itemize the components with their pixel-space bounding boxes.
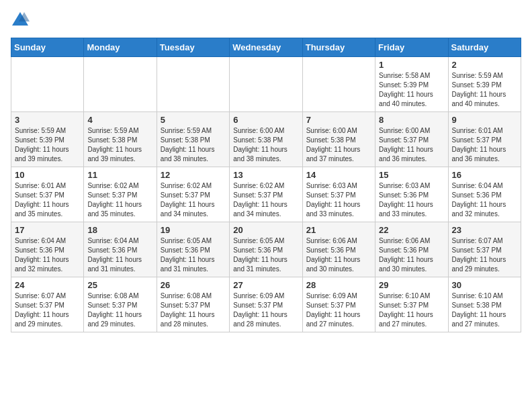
calendar-cell: 3Sunrise: 5:59 AM Sunset: 5:39 PM Daylig…	[11, 112, 84, 167]
day-number: 7	[306, 115, 371, 125]
day-number: 24	[15, 280, 80, 290]
calendar-cell: 17Sunrise: 6:04 AM Sunset: 5:36 PM Dayli…	[11, 222, 84, 277]
day-info: Sunrise: 6:06 AM Sunset: 5:36 PM Dayligh…	[306, 236, 371, 274]
weekday-header-thursday: Thursday	[302, 38, 375, 57]
day-number: 11	[87, 170, 152, 180]
day-number: 30	[452, 280, 517, 290]
day-info: Sunrise: 6:08 AM Sunset: 5:37 PM Dayligh…	[161, 291, 226, 329]
calendar-cell: 21Sunrise: 6:06 AM Sunset: 5:36 PM Dayli…	[302, 222, 375, 277]
calendar-cell: 28Sunrise: 6:09 AM Sunset: 5:37 PM Dayli…	[302, 277, 375, 332]
day-info: Sunrise: 6:10 AM Sunset: 5:37 PM Dayligh…	[379, 291, 444, 329]
calendar-cell: 18Sunrise: 6:04 AM Sunset: 5:36 PM Dayli…	[84, 222, 157, 277]
calendar-cell: 11Sunrise: 6:02 AM Sunset: 5:37 PM Dayli…	[84, 167, 157, 222]
day-number: 26	[161, 280, 226, 290]
day-info: Sunrise: 6:05 AM Sunset: 5:36 PM Dayligh…	[233, 236, 298, 274]
calendar-cell	[302, 57, 375, 112]
day-number: 13	[233, 170, 298, 180]
day-info: Sunrise: 6:02 AM Sunset: 5:37 PM Dayligh…	[161, 181, 226, 219]
calendar-cell	[84, 57, 157, 112]
weekday-header-friday: Friday	[375, 38, 448, 57]
calendar-cell: 6Sunrise: 6:00 AM Sunset: 5:38 PM Daylig…	[230, 112, 302, 167]
calendar-week-row: 24Sunrise: 6:07 AM Sunset: 5:37 PM Dayli…	[11, 277, 521, 332]
day-number: 16	[452, 170, 517, 180]
day-info: Sunrise: 6:02 AM Sunset: 5:37 PM Dayligh…	[87, 181, 152, 219]
calendar-week-row: 10Sunrise: 6:01 AM Sunset: 5:37 PM Dayli…	[11, 167, 521, 222]
calendar-cell: 5Sunrise: 5:59 AM Sunset: 5:38 PM Daylig…	[157, 112, 229, 167]
day-number: 21	[306, 225, 371, 235]
day-number: 28	[306, 280, 371, 290]
calendar-week-row: 17Sunrise: 6:04 AM Sunset: 5:36 PM Dayli…	[11, 222, 521, 277]
calendar-cell: 13Sunrise: 6:02 AM Sunset: 5:37 PM Dayli…	[230, 167, 302, 222]
day-number: 19	[161, 225, 226, 235]
calendar-cell: 10Sunrise: 6:01 AM Sunset: 5:37 PM Dayli…	[11, 167, 84, 222]
calendar-cell: 24Sunrise: 6:07 AM Sunset: 5:37 PM Dayli…	[11, 277, 84, 332]
calendar-week-row: 3Sunrise: 5:59 AM Sunset: 5:39 PM Daylig…	[11, 112, 521, 167]
calendar-cell: 1Sunrise: 5:58 AM Sunset: 5:39 PM Daylig…	[375, 57, 448, 112]
day-number: 10	[15, 170, 80, 180]
day-number: 8	[379, 115, 444, 125]
day-info: Sunrise: 6:09 AM Sunset: 5:37 PM Dayligh…	[233, 291, 298, 329]
day-number: 5	[161, 115, 226, 125]
day-info: Sunrise: 5:59 AM Sunset: 5:38 PM Dayligh…	[161, 126, 226, 164]
day-number: 6	[233, 115, 298, 125]
day-info: Sunrise: 6:09 AM Sunset: 5:37 PM Dayligh…	[306, 291, 371, 329]
calendar-cell	[11, 57, 84, 112]
day-info: Sunrise: 6:02 AM Sunset: 5:37 PM Dayligh…	[233, 181, 298, 219]
day-info: Sunrise: 6:10 AM Sunset: 5:38 PM Dayligh…	[452, 291, 517, 329]
weekday-header-tuesday: Tuesday	[157, 38, 229, 57]
day-info: Sunrise: 6:04 AM Sunset: 5:36 PM Dayligh…	[87, 236, 152, 274]
day-number: 9	[452, 115, 517, 125]
day-info: Sunrise: 6:00 AM Sunset: 5:37 PM Dayligh…	[379, 126, 444, 164]
day-number: 25	[87, 280, 152, 290]
day-number: 12	[161, 170, 226, 180]
calendar-cell: 4Sunrise: 5:59 AM Sunset: 5:38 PM Daylig…	[84, 112, 157, 167]
day-info: Sunrise: 5:59 AM Sunset: 5:39 PM Dayligh…	[452, 71, 517, 109]
day-info: Sunrise: 6:08 AM Sunset: 5:37 PM Dayligh…	[87, 291, 152, 329]
day-info: Sunrise: 6:01 AM Sunset: 5:37 PM Dayligh…	[452, 126, 517, 164]
calendar-cell	[230, 57, 302, 112]
weekday-header-monday: Monday	[84, 38, 157, 57]
weekday-header-saturday: Saturday	[448, 38, 521, 57]
calendar-cell: 29Sunrise: 6:10 AM Sunset: 5:37 PM Dayli…	[375, 277, 448, 332]
calendar-week-row: 1Sunrise: 5:58 AM Sunset: 5:39 PM Daylig…	[11, 57, 521, 112]
day-info: Sunrise: 6:07 AM Sunset: 5:37 PM Dayligh…	[15, 291, 80, 329]
calendar-cell: 23Sunrise: 6:07 AM Sunset: 5:37 PM Dayli…	[448, 222, 521, 277]
day-number: 14	[306, 170, 371, 180]
logo	[11, 11, 32, 30]
day-number: 23	[452, 225, 517, 235]
day-info: Sunrise: 6:05 AM Sunset: 5:36 PM Dayligh…	[161, 236, 226, 274]
day-info: Sunrise: 6:04 AM Sunset: 5:36 PM Dayligh…	[452, 181, 517, 219]
day-number: 27	[233, 280, 298, 290]
calendar-cell: 19Sunrise: 6:05 AM Sunset: 5:36 PM Dayli…	[157, 222, 229, 277]
day-info: Sunrise: 6:01 AM Sunset: 5:37 PM Dayligh…	[15, 181, 80, 219]
calendar-cell: 9Sunrise: 6:01 AM Sunset: 5:37 PM Daylig…	[448, 112, 521, 167]
calendar-cell: 26Sunrise: 6:08 AM Sunset: 5:37 PM Dayli…	[157, 277, 229, 332]
calendar-cell: 15Sunrise: 6:03 AM Sunset: 5:36 PM Dayli…	[375, 167, 448, 222]
calendar-cell	[157, 57, 229, 112]
day-info: Sunrise: 6:00 AM Sunset: 5:38 PM Dayligh…	[306, 126, 371, 164]
day-info: Sunrise: 5:58 AM Sunset: 5:39 PM Dayligh…	[379, 71, 444, 109]
day-info: Sunrise: 6:04 AM Sunset: 5:36 PM Dayligh…	[15, 236, 80, 274]
calendar-cell: 30Sunrise: 6:10 AM Sunset: 5:38 PM Dayli…	[448, 277, 521, 332]
page-header	[11, 11, 521, 30]
day-number: 22	[379, 225, 444, 235]
logo-icon	[11, 11, 30, 30]
day-info: Sunrise: 6:06 AM Sunset: 5:36 PM Dayligh…	[379, 236, 444, 274]
calendar-cell: 22Sunrise: 6:06 AM Sunset: 5:36 PM Dayli…	[375, 222, 448, 277]
calendar-cell: 27Sunrise: 6:09 AM Sunset: 5:37 PM Dayli…	[230, 277, 302, 332]
calendar-cell: 7Sunrise: 6:00 AM Sunset: 5:38 PM Daylig…	[302, 112, 375, 167]
calendar-cell: 8Sunrise: 6:00 AM Sunset: 5:37 PM Daylig…	[375, 112, 448, 167]
day-info: Sunrise: 5:59 AM Sunset: 5:38 PM Dayligh…	[87, 126, 152, 164]
day-number: 1	[379, 60, 444, 70]
calendar-cell: 20Sunrise: 6:05 AM Sunset: 5:36 PM Dayli…	[230, 222, 302, 277]
calendar-cell: 12Sunrise: 6:02 AM Sunset: 5:37 PM Dayli…	[157, 167, 229, 222]
calendar-header-row: SundayMondayTuesdayWednesdayThursdayFrid…	[11, 38, 521, 57]
weekday-header-sunday: Sunday	[11, 38, 84, 57]
day-number: 17	[15, 225, 80, 235]
day-info: Sunrise: 6:07 AM Sunset: 5:37 PM Dayligh…	[452, 236, 517, 274]
calendar-cell: 14Sunrise: 6:03 AM Sunset: 5:37 PM Dayli…	[302, 167, 375, 222]
day-number: 4	[87, 115, 152, 125]
day-number: 20	[233, 225, 298, 235]
day-info: Sunrise: 6:03 AM Sunset: 5:36 PM Dayligh…	[379, 181, 444, 219]
day-number: 29	[379, 280, 444, 290]
